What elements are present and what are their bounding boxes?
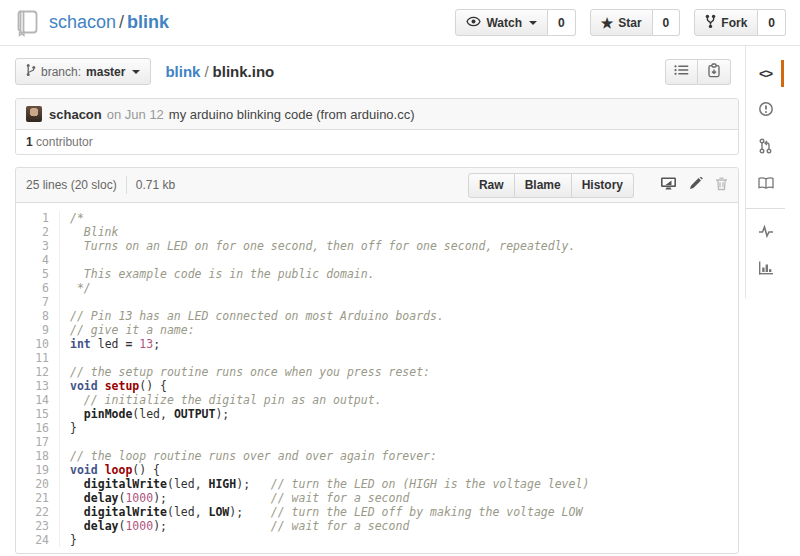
sidebar-item-code[interactable]: <>: [746, 55, 785, 92]
code-line-content: digitalWrite(led, HIGH); // turn the LED…: [60, 477, 589, 491]
repo-sidebar: <>: [745, 46, 785, 298]
list-icon: [674, 64, 689, 79]
commit-author-link[interactable]: schacon: [49, 107, 102, 122]
code-line: 15 pinMode(led, OUTPUT);: [16, 407, 738, 421]
sidebar-item-graphs[interactable]: [746, 251, 785, 288]
blame-button[interactable]: Blame: [515, 173, 572, 198]
code-line-content: [60, 253, 70, 267]
code-line: 20 digitalWrite(led, HIGH); // turn the …: [16, 477, 738, 491]
history-button[interactable]: History: [572, 173, 634, 198]
code-line: 24}: [16, 533, 738, 547]
contributors-label: contributor: [36, 135, 93, 149]
branch-label: branch:: [41, 65, 81, 79]
code-line-content: Turns on an LED on for one second, then …: [60, 239, 575, 253]
code-line: 6 */: [16, 281, 738, 295]
line-number[interactable]: 21: [16, 491, 60, 505]
code-line: 1/*: [16, 211, 738, 225]
fork-count[interactable]: 0: [758, 9, 786, 36]
code-line-content: // initialize the digital pin as an outp…: [60, 393, 382, 407]
watch-button-label: Watch: [486, 16, 522, 30]
line-number[interactable]: 12: [16, 365, 60, 379]
line-number[interactable]: 11: [16, 351, 60, 365]
caret-down-icon: [132, 70, 140, 74]
bar-chart-icon: [758, 261, 773, 278]
code-line-content: int led = 13;: [60, 337, 160, 351]
code-line-content: This example code is in the public domai…: [60, 267, 375, 281]
line-number[interactable]: 14: [16, 393, 60, 407]
watch-button-group: Watch 0: [455, 9, 575, 36]
line-number[interactable]: 15: [16, 407, 60, 421]
main-content: branch: master blink/blink.ino: [0, 46, 739, 554]
code-view: 1/*2 Blink3 Turns on an LED on for one s…: [16, 203, 738, 553]
caret-down-icon: [529, 21, 537, 25]
site-header: schacon/blink Watch 0 ★ Star 0: [0, 0, 800, 46]
avatar[interactable]: [26, 106, 42, 122]
sidebar-item-pulse[interactable]: [746, 214, 785, 251]
sidebar-item-wiki[interactable]: [746, 166, 785, 203]
issue-icon: [758, 101, 774, 120]
file-list-button[interactable]: [665, 59, 698, 85]
code-line-content: [60, 295, 70, 309]
repo-name-link[interactable]: blink: [127, 12, 169, 32]
code-line: 23 delay(1000); // wait for a second: [16, 519, 738, 533]
fork-button[interactable]: Fork: [694, 9, 758, 36]
code-line-content: void loop() {: [60, 463, 160, 477]
line-number[interactable]: 13: [16, 379, 60, 393]
file-view-buttons: Raw Blame History: [468, 173, 634, 198]
watch-count[interactable]: 0: [548, 9, 576, 36]
star-count[interactable]: 0: [653, 9, 681, 36]
star-button[interactable]: ★ Star: [590, 9, 653, 36]
open-in-desktop-button[interactable]: [660, 176, 677, 194]
branch-select-button[interactable]: branch: master: [15, 58, 151, 85]
pull-request-icon: [759, 138, 772, 157]
breadcrumb-repo-link[interactable]: blink: [165, 63, 200, 80]
file-lines-info: 25 lines (20 sloc): [26, 178, 117, 192]
delete-file-button[interactable]: [715, 176, 728, 194]
commit-message-link[interactable]: my arduino blinking code (from arduino.c…: [169, 107, 415, 122]
file-header: 25 lines (20 sloc) 0.71 kb Raw Blame His…: [16, 168, 738, 203]
line-number[interactable]: 24: [16, 533, 60, 547]
line-number[interactable]: 23: [16, 519, 60, 533]
branch-name: master: [86, 65, 125, 79]
line-number[interactable]: 19: [16, 463, 60, 477]
code-line-content: delay(1000); // wait for a second: [60, 491, 409, 505]
line-number[interactable]: 22: [16, 505, 60, 519]
code-line: 2 Blink: [16, 225, 738, 239]
edit-file-button[interactable]: [689, 177, 703, 194]
sidebar-item-issues[interactable]: [746, 92, 785, 129]
code-line-content: [60, 351, 70, 365]
commit-tease: schacon on Jun 12 my arduino blinking co…: [15, 98, 739, 155]
line-number[interactable]: 10: [16, 337, 60, 351]
contributors-row[interactable]: 1 contributor: [16, 129, 738, 154]
repo-title: schacon/blink: [49, 12, 169, 33]
line-number[interactable]: 18: [16, 449, 60, 463]
line-number[interactable]: 7: [16, 295, 60, 309]
line-number[interactable]: 2: [16, 225, 60, 239]
code-line: 3 Turns on an LED on for one second, the…: [16, 239, 738, 253]
line-number[interactable]: 8: [16, 309, 60, 323]
code-line-content: /*: [60, 211, 84, 225]
code-line: 7: [16, 295, 738, 309]
line-number[interactable]: 5: [16, 267, 60, 281]
line-number[interactable]: 4: [16, 253, 60, 267]
code-line: 19void loop() {: [16, 463, 738, 477]
code-line-content: void setup() {: [60, 379, 167, 393]
repo-owner-link[interactable]: schacon: [49, 12, 116, 32]
breadcrumb-file-name: blink.ino: [213, 63, 275, 80]
raw-button[interactable]: Raw: [468, 173, 515, 198]
line-number[interactable]: 6: [16, 281, 60, 295]
commit-date: on Jun 12: [107, 107, 164, 122]
line-number[interactable]: 16: [16, 421, 60, 435]
watch-button[interactable]: Watch: [455, 9, 548, 36]
code-line-content: }: [60, 421, 77, 435]
line-number[interactable]: 20: [16, 477, 60, 491]
line-number[interactable]: 1: [16, 211, 60, 225]
info-divider: [126, 176, 127, 194]
line-number[interactable]: 9: [16, 323, 60, 337]
code-line: 16}: [16, 421, 738, 435]
copy-path-button[interactable]: [698, 59, 731, 85]
line-number[interactable]: 17: [16, 435, 60, 449]
code-line: 10int led = 13;: [16, 337, 738, 351]
sidebar-item-pull-requests[interactable]: [746, 129, 785, 166]
line-number[interactable]: 3: [16, 239, 60, 253]
